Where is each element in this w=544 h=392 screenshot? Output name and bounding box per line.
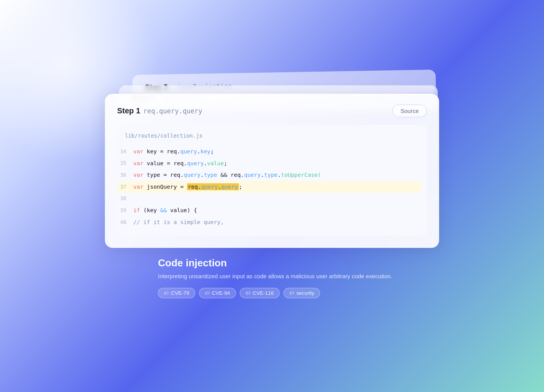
tag-icon-security: 🏷 (289, 290, 294, 296)
line-code-40: // if it is a simple query, (133, 218, 419, 227)
line-num-37: 37 (117, 183, 133, 191)
main-container: Step 3 jsonProjection Step 2 jsonQuery S… (105, 94, 439, 298)
code-line-40: 40 // if it is a simple query, (117, 216, 419, 228)
tag-cve116[interactable]: 🏷 CVE-116 (240, 288, 280, 298)
tag-icon-cve94: 🏷 (205, 290, 210, 296)
file-path: lib/routes/collection.js (117, 133, 419, 139)
tag-security[interactable]: 🏷 security (284, 288, 320, 298)
vuln-desc: Interpreting unsanitized user input as c… (158, 272, 392, 281)
code-line-35: 35 var value = req.query.value; (117, 158, 419, 169)
step1-name: req.query.query (143, 107, 202, 115)
tag-label-security: security (297, 290, 315, 296)
step1-label: Step 1 (117, 106, 140, 115)
line-num-34: 34 (117, 147, 133, 156)
line-code-38 (133, 194, 419, 204)
code-line-34: 34 var key = req.query.key; (117, 146, 419, 158)
tags-container: 🏷 CVE-79 🏷 CVE-94 🏷 CVE-116 🏷 security (158, 288, 392, 298)
vuln-title: Code injection (158, 257, 392, 269)
tag-label-cve116: CVE-116 (253, 290, 274, 296)
line-code-34: var key = req.query.key; (133, 147, 419, 156)
code-line-36: 36 var type = req.query.type && req.quer… (117, 169, 419, 181)
line-code-35: var value = req.query.value; (133, 159, 419, 168)
code-panel: lib/routes/collection.js 34 var key = re… (117, 125, 427, 236)
tag-cve94[interactable]: 🏷 CVE-94 (199, 288, 236, 298)
code-line-39: 39 if (key && value) { (117, 204, 419, 216)
step1-header: Step 1 req.query.query Source (117, 105, 427, 117)
highlighted-value: req.query.query (187, 183, 239, 190)
tag-label-cve79: CVE-79 (171, 290, 189, 296)
line-code-37: var jsonQuery = req.query.query; (133, 182, 419, 192)
tag-icon-cve116: 🏷 (245, 290, 250, 296)
tag-label-cve94: CVE-94 (212, 290, 230, 296)
step1-header-left: Step 1 req.query.query (117, 106, 202, 115)
line-num-36: 36 (117, 171, 133, 179)
line-code-36: var type = req.query.type && req.query.t… (133, 170, 419, 180)
line-num-35: 35 (117, 159, 133, 168)
tag-cve79[interactable]: 🏷 CVE-79 (158, 288, 195, 298)
source-button[interactable]: Source (392, 105, 427, 117)
code-line-38: 38 (117, 193, 419, 205)
card-step1: Step 1 req.query.query Source lib/routes… (105, 94, 439, 248)
code-lines: 34 var key = req.query.key; 35 var value… (117, 146, 419, 228)
line-num-40: 40 (117, 218, 133, 227)
line-num-39: 39 (117, 206, 133, 215)
bottom-section: Code injection Interpreting unsanitized … (152, 257, 392, 298)
tag-icon-cve79: 🏷 (164, 290, 169, 296)
kw-var: var (133, 148, 147, 154)
code-line-37: 37 var jsonQuery = req.query.query; (117, 181, 421, 193)
line-code-39: if (key && value) { (133, 206, 419, 215)
line-num-38: 38 (117, 194, 133, 203)
